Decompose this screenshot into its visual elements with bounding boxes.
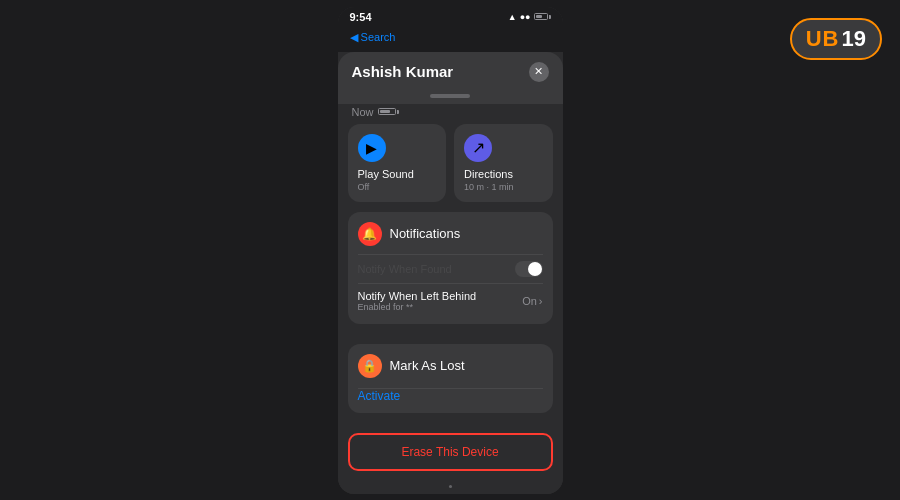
- notify-when-left-value: On ›: [522, 295, 542, 307]
- action-cards-row: ▶ Play Sound Off ↗ Directions 10 m · 1 m…: [338, 124, 563, 212]
- mark-as-lost-header: 🔒 Mark As Lost: [348, 344, 553, 388]
- notify-when-found-toggle[interactable]: [515, 261, 543, 277]
- erase-device-section: Erase This Device: [338, 433, 563, 481]
- close-icon: ✕: [534, 65, 543, 78]
- status-icons: ▲ ●●: [508, 12, 551, 22]
- toggle-knob: [528, 262, 542, 276]
- notify-when-left-subtitle: Enabled for **: [358, 302, 477, 312]
- notify-when-found-label: Notify When Found: [358, 263, 452, 275]
- scroll-indicator: [338, 481, 563, 494]
- mark-as-lost-section: 🔒 Mark As Lost Activate: [338, 344, 563, 433]
- directions-sublabel: 10 m · 1 min: [464, 182, 543, 192]
- play-sound-icon: ▶: [358, 134, 386, 162]
- scroll-handle: [338, 90, 563, 104]
- watermark-text-ub: UB: [806, 26, 840, 52]
- status-time: 9:54: [350, 11, 372, 23]
- signal-icon: ▲: [508, 12, 517, 22]
- watermark-logo: UB 19: [790, 18, 882, 60]
- back-button[interactable]: ◀ Search: [350, 31, 396, 44]
- play-sound-label: Play Sound: [358, 168, 437, 180]
- battery-icon: [534, 13, 551, 20]
- play-sound-card[interactable]: ▶ Play Sound Off: [348, 124, 447, 202]
- notify-when-found-row[interactable]: Notify When Found: [358, 254, 543, 283]
- status-bar: 9:54 ▲ ●●: [338, 7, 563, 27]
- directions-card[interactable]: ↗ Directions 10 m · 1 min: [454, 124, 553, 202]
- notify-when-left-row[interactable]: Notify When Left Behind Enabled for ** O…: [358, 283, 543, 314]
- play-sound-sublabel: Off: [358, 182, 437, 192]
- modal-header: Ashish Kumar ✕: [338, 52, 563, 90]
- phone-modal: 9:54 ▲ ●● ◀ Search Ashish Kumar ✕: [338, 7, 563, 494]
- now-text: Now: [352, 106, 374, 118]
- screen-background: UB 19 9:54 ▲ ●● ◀ Search Ashish: [0, 0, 900, 500]
- watermark-text-19: 19: [842, 26, 866, 52]
- scroll-handle-bar: [430, 94, 470, 98]
- scroll-dot: [449, 485, 452, 488]
- now-label: Now: [338, 104, 563, 124]
- notifications-title: Notifications: [390, 226, 461, 241]
- notifications-icon: 🔔: [358, 222, 382, 246]
- lost-title: Mark As Lost: [390, 358, 465, 373]
- notifications-header: 🔔 Notifications: [358, 222, 543, 246]
- notify-when-left-title: Notify When Left Behind: [358, 290, 477, 302]
- notify-when-left-on: On: [522, 295, 537, 307]
- close-button[interactable]: ✕: [529, 62, 549, 82]
- directions-label: Directions: [464, 168, 543, 180]
- notifications-card: 🔔 Notifications Notify When Found Notify…: [348, 212, 553, 324]
- activate-link[interactable]: Activate: [348, 389, 553, 413]
- modal-title: Ashish Kumar: [352, 63, 454, 80]
- now-battery-icon: [378, 108, 399, 115]
- mark-as-lost-card: 🔒 Mark As Lost Activate: [348, 344, 553, 413]
- notify-when-left-left: Notify When Left Behind Enabled for **: [358, 290, 477, 312]
- erase-device-button[interactable]: Erase This Device: [348, 433, 553, 471]
- notifications-section: 🔔 Notifications Notify When Found Notify…: [338, 212, 563, 344]
- wifi-icon: ●●: [520, 12, 531, 22]
- chevron-right-icon: ›: [539, 295, 543, 307]
- search-bar-area: ◀ Search: [338, 27, 563, 52]
- lost-icon: 🔒: [358, 354, 382, 378]
- directions-icon: ↗: [464, 134, 492, 162]
